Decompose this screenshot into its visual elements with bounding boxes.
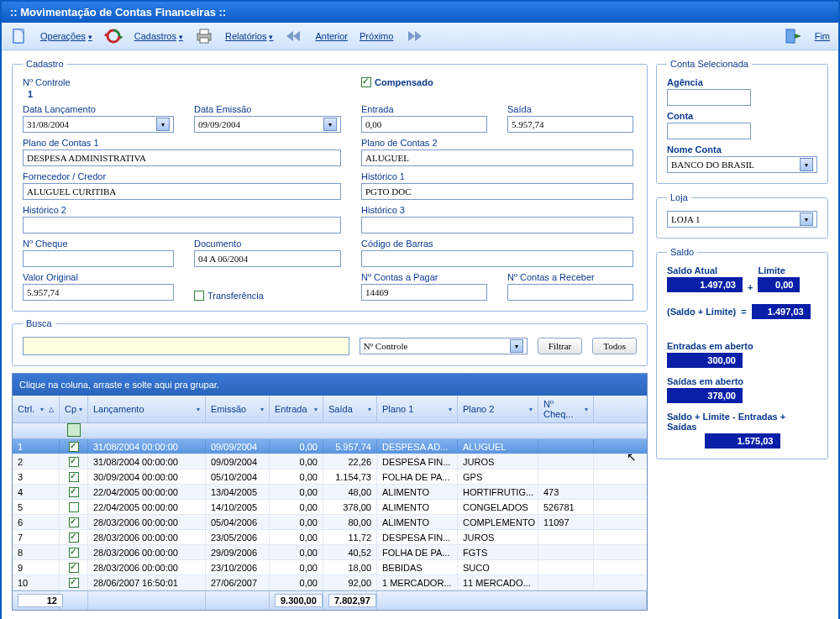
menu-relatorios[interactable]: Relatórios [225, 31, 274, 41]
input-plano2[interactable] [361, 150, 633, 166]
combo-loja[interactable]: LOJA 1▾ [667, 211, 817, 228]
value-controle: 1 [28, 89, 33, 99]
input-barras[interactable] [361, 250, 633, 267]
col-plano1[interactable]: Plano 1▾ [377, 396, 458, 422]
input-plano1[interactable] [23, 150, 341, 166]
grid-header: Ctrl.▾ Cp▾ Lançamento▾ Emissão▾ Entrada▾… [13, 396, 647, 423]
input-entrada[interactable] [361, 116, 487, 133]
menu-cadastros[interactable]: Cadastros [134, 31, 183, 41]
input-contas-pagar[interactable] [361, 284, 487, 301]
input-cheque[interactable] [23, 250, 174, 267]
row-checkbox[interactable] [69, 502, 79, 512]
col-plano2[interactable]: Plano 2▾ [458, 396, 538, 422]
input-valor[interactable] [23, 284, 174, 301]
table-row[interactable]: 1028/06/2007 16:50:0127/06/20070,0092,00… [13, 575, 647, 590]
table-row[interactable]: 422/04/2005 00:00:0013/04/20050,0048,00A… [13, 485, 647, 500]
select-all-checkbox[interactable] [67, 423, 81, 437]
table-row[interactable]: 828/03/2006 00:00:0029/09/20060,0040,52F… [13, 545, 647, 560]
next-icon[interactable] [405, 27, 423, 45]
input-fornecedor[interactable] [23, 183, 341, 200]
col-cp[interactable]: Cp▾ [60, 396, 88, 422]
row-checkbox[interactable] [69, 578, 79, 588]
input-saida[interactable] [507, 116, 633, 133]
value-saldo-atual: 1.497,03 [667, 277, 743, 292]
input-documento[interactable] [194, 250, 341, 267]
input-conta[interactable] [667, 123, 751, 139]
table-row[interactable]: 131/08/2004 00:00:0009/09/20040,005.957,… [13, 439, 647, 454]
input-hist3[interactable] [361, 217, 633, 233]
menu-operacoes[interactable]: Operações [40, 31, 92, 41]
svg-marker-7 [293, 31, 300, 41]
exit-icon[interactable] [785, 27, 803, 45]
checkbox-transferencia[interactable]: Transferência [194, 291, 341, 301]
input-hist2[interactable] [23, 217, 341, 233]
chevron-down-icon: ▾ [510, 339, 523, 353]
svg-rect-5 [200, 38, 208, 43]
printer-icon[interactable] [195, 27, 213, 45]
table-row[interactable]: 522/04/2005 00:00:0014/10/20050,00378,00… [13, 500, 647, 515]
table-row[interactable]: 728/03/2006 00:00:0023/05/20060,0011,72D… [13, 530, 647, 545]
table-row[interactable]: 628/03/2006 00:00:0005/04/20060,0080,00A… [13, 515, 647, 530]
row-checkbox[interactable] [69, 442, 79, 452]
combo-nome-conta[interactable]: BANCO DO BRASIL▾ [667, 156, 817, 173]
footer-saida: 7.802,97 [328, 594, 376, 607]
group-hint[interactable]: Clique na coluna, arraste e solte aqui p… [13, 374, 647, 396]
check-icon [361, 77, 371, 87]
toolbar: Operações Cadastros Relatórios Anterior … [2, 23, 838, 50]
table-row[interactable]: 330/09/2004 00:00:0005/10/20040,001.154,… [13, 469, 647, 485]
table-row[interactable]: 928/03/2006 00:00:0023/10/20060,0018,00B… [13, 560, 647, 575]
svg-rect-4 [200, 29, 208, 34]
col-saida[interactable]: Saída▾ [323, 396, 377, 422]
button-todos[interactable]: Todos [592, 338, 637, 354]
col-entrada[interactable]: Entrada▾ [270, 396, 323, 422]
col-emissao[interactable]: Emissão▾ [206, 396, 270, 422]
data-grid: Clique na coluna, arraste e solte aqui p… [12, 373, 648, 611]
chevron-down-icon: ▾ [156, 118, 170, 131]
link-anterior[interactable]: Anterior [315, 31, 348, 41]
input-agencia[interactable] [667, 89, 751, 106]
col-cheque[interactable]: Nº Cheq...▾ [538, 396, 594, 422]
grid-body[interactable]: 131/08/2004 00:00:0009/09/20040,005.957,… [13, 439, 647, 590]
value-saldo-final: 1.575,03 [705, 433, 780, 449]
svg-marker-6 [286, 31, 293, 41]
col-lancamento[interactable]: Lançamento▾ [88, 396, 206, 422]
new-icon[interactable] [10, 27, 29, 45]
fieldset-saldo: Saldo Saldo Atual 1.497,03 + Limite 0,00… [656, 247, 828, 459]
table-row[interactable]: 231/08/2004 00:00:0009/09/20040,0022,26D… [13, 454, 647, 469]
link-proximo[interactable]: Próximo [360, 31, 393, 41]
grid-footer: 12 9.300,00 7.802,97 [13, 590, 647, 610]
svg-marker-11 [795, 34, 801, 39]
combo-data-lancamento[interactable]: 31/08/2004▾ [23, 116, 174, 133]
label-controle: Nº Controle [23, 77, 341, 87]
svg-marker-9 [415, 31, 422, 41]
legend-busca: Busca [23, 318, 55, 328]
search-input[interactable] [23, 337, 349, 355]
col-ctrl[interactable]: Ctrl.▾ [13, 396, 60, 422]
input-hist1[interactable] [361, 183, 633, 200]
value-limite: 0,00 [758, 277, 800, 292]
row-checkbox[interactable] [69, 472, 79, 482]
row-checkbox[interactable] [69, 517, 79, 527]
row-checkbox[interactable] [69, 563, 79, 573]
value-saldo-limite: 1.497,03 [752, 304, 811, 319]
link-fim[interactable]: Fim [815, 31, 830, 41]
refresh-icon[interactable] [104, 27, 123, 45]
row-checkbox[interactable] [69, 532, 79, 543]
checkbox-icon [194, 291, 204, 301]
row-checkbox[interactable] [69, 548, 79, 558]
footer-entrada: 9.300,00 [275, 594, 323, 607]
combo-busca-campo[interactable]: Nº Controle▾ [360, 338, 528, 354]
value-saidas-aberto: 378,00 [667, 388, 743, 403]
svg-rect-10 [786, 29, 795, 43]
input-contas-receber[interactable] [507, 284, 633, 301]
value-entradas-aberto: 300,00 [667, 353, 743, 368]
chevron-down-icon: ▾ [800, 212, 813, 226]
svg-marker-8 [408, 31, 415, 41]
row-checkbox[interactable] [69, 457, 79, 467]
prev-icon[interactable] [285, 27, 303, 45]
button-filtrar[interactable]: Filtrar [538, 338, 583, 354]
combo-data-emissao[interactable]: 09/09/2004▾ [194, 116, 341, 133]
row-checkbox[interactable] [69, 487, 79, 497]
legend-cadastro: Cadastro [23, 59, 67, 69]
checkbox-compensado[interactable]: Compensado [361, 77, 433, 87]
